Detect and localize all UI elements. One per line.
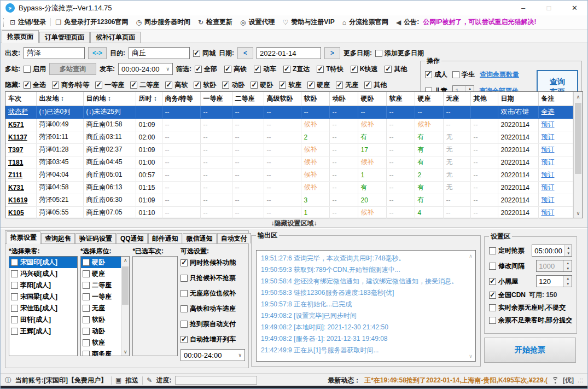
checkbox-icon[interactable] <box>83 305 90 312</box>
checkbox-icon[interactable] <box>83 316 90 323</box>
train-link[interactable]: K731 <box>5 181 36 194</box>
toolbar-item-announcement[interactable]: ◀公告: <box>392 18 423 27</box>
scroll-up-icon[interactable]: ∧ <box>574 92 583 101</box>
filter-checkbox[interactable]: 高铁 <box>224 65 247 74</box>
checkbox-icon[interactable] <box>83 259 90 266</box>
panel-tab-邮件通知[interactable]: 邮件通知 <box>148 233 182 243</box>
seat-item[interactable]: 动卧 <box>81 326 121 337</box>
minimize-button[interactable]: – <box>510 1 536 15</box>
column-header[interactable]: 日期 <box>498 92 538 106</box>
scroll-down-icon[interactable]: ∨ <box>121 348 129 356</box>
tab-订单管理页面[interactable]: 订单管理页面 <box>39 32 90 43</box>
option-checkbox[interactable]: 抢到票自动支付 <box>181 320 236 329</box>
column-header[interactable]: 备注 <box>538 92 573 106</box>
table-row[interactable]: K1137菏泽01:11商丘南03:1102:00--------2--有--有… <box>5 131 573 143</box>
seat-item[interactable]: 一等座 <box>81 291 121 303</box>
option-checkbox[interactable]: 只抢候补不抢票 <box>181 274 236 283</box>
checkbox-icon[interactable] <box>11 328 18 335</box>
passenger-item[interactable]: 田轩[成人] <box>9 314 77 326</box>
table-scrollbar[interactable]: ∧ ∨ <box>573 92 583 218</box>
interval-spinner[interactable]: 1000 ▴▾ <box>536 260 572 272</box>
passenger-item[interactable]: 宋国印[成人] <box>9 257 77 268</box>
column-header[interactable]: 硬座 <box>415 92 443 106</box>
toolbar-item-official-site[interactable]: ⌂分流抢票官网 <box>339 18 392 27</box>
dest-input[interactable]: 商丘 <box>129 47 190 59</box>
book-link[interactable]: 预订 <box>538 194 573 206</box>
column-header[interactable]: 出发地 ↕ <box>36 92 83 106</box>
hide-checkbox[interactable]: 二等座 <box>130 80 159 90</box>
toolbar-item-sponsor-vip[interactable]: ♡赞助与注册VIP <box>279 18 339 27</box>
timed-time-spinner[interactable]: 05:00:00 ▴▾ <box>532 245 572 257</box>
hide-checkbox[interactable]: 软卧 <box>194 80 216 90</box>
spin-up-icon[interactable]: ▴ <box>564 276 572 281</box>
add-more-dates-checkbox[interactable]: 添加更多日期 <box>375 49 424 58</box>
train-link[interactable]: K571 <box>5 118 36 131</box>
option-checkbox[interactable]: 无座席位也候补 <box>181 289 236 298</box>
panel-tab-查询起售[interactable]: 查询起售 <box>41 233 75 243</box>
book-link[interactable]: 预订 <box>538 156 573 169</box>
hide-checkbox[interactable]: 全选 <box>24 80 46 90</box>
train-link[interactable]: K1137 <box>5 131 36 143</box>
column-header[interactable]: 二等座 <box>232 92 264 106</box>
seat-item[interactable]: 软座 <box>81 337 121 349</box>
selected-trains-list[interactable] <box>132 256 178 356</box>
filter-checkbox[interactable]: 其他 <box>385 65 407 74</box>
hide-checkbox[interactable]: 其他 <box>364 80 387 90</box>
panel-tab-抢票设置[interactable]: 抢票设置 <box>7 231 40 244</box>
option-checkbox[interactable]: 高铁和动车选座 <box>181 304 236 313</box>
seat-item[interactable]: 商务座 <box>81 349 121 356</box>
checkbox-icon[interactable] <box>11 259 18 266</box>
same-city-checkbox[interactable]: 同城 <box>193 49 216 58</box>
checkbox-icon[interactable] <box>11 316 18 323</box>
toolbar-item-logout-login[interactable]: ⊡注销/登录 <box>6 18 50 27</box>
checkbox-icon[interactable] <box>83 282 90 289</box>
book-link[interactable]: 预订 <box>538 118 573 131</box>
column-header[interactable]: 动卧 <box>329 92 358 106</box>
scroll-up-icon[interactable]: ∧ <box>121 257 129 264</box>
spin-down-icon[interactable]: ▾ <box>564 266 572 271</box>
column-header[interactable]: 硬卧 <box>358 92 386 106</box>
column-header[interactable]: 商务/特等 <box>162 92 200 106</box>
blackroom-spinner[interactable]: 120 ▴▾ <box>536 275 572 287</box>
passenger-item[interactable]: 王辉[成人] <box>9 326 77 337</box>
filter-checkbox[interactable]: 动车 <box>254 65 276 74</box>
seat-scrollbar[interactable]: ∧ ∨ <box>121 257 129 356</box>
start-grab-button[interactable]: 开始抢票 <box>484 338 576 363</box>
tab-抢票页面[interactable]: 抢票页面 <box>2 30 39 43</box>
column-header[interactable]: 车次 <box>5 92 36 106</box>
checkbox-icon[interactable] <box>83 339 90 346</box>
partial-submit-checkbox[interactable]: 余票不足乘客时,部分提交 <box>489 316 572 325</box>
checkbox-icon[interactable] <box>83 293 90 300</box>
option-checkbox[interactable]: 同时抢候补功能 <box>181 258 236 268</box>
hide-checkbox[interactable]: 商务/特等 <box>52 80 89 90</box>
hide-checkbox[interactable]: 动卧 <box>222 80 244 90</box>
panel-tab-微信通知[interactable]: 微信通知 <box>183 233 217 243</box>
spin-down-icon[interactable]: ▾ <box>564 281 572 287</box>
checkbox-icon[interactable] <box>83 328 90 335</box>
passenger-item[interactable]: 宋佳迅[成人] <box>9 303 77 314</box>
adult-checkbox[interactable]: 成人 <box>425 70 447 79</box>
table-row[interactable]: K1619菏泽05:21商丘南06:3001:09--------3--20--… <box>5 194 573 206</box>
output-scrollbar[interactable]: ∧ ∨ <box>467 251 475 361</box>
hide-checkbox[interactable]: 高软 <box>165 80 188 90</box>
hide-settings-divider[interactable]: ↓隐藏设置区域↓ <box>1 219 587 228</box>
column-header[interactable]: 无座 <box>443 92 470 106</box>
filter-checkbox[interactable]: K快速 <box>351 65 378 74</box>
hide-checkbox[interactable]: 无座 <box>336 80 358 90</box>
passenger-item[interactable]: 李阳[成人] <box>9 280 77 291</box>
column-header[interactable]: 其他 <box>470 92 498 106</box>
column-header[interactable]: 软卧 <box>301 92 329 106</box>
seat-item[interactable]: 硬座 <box>81 268 121 280</box>
table-row[interactable]: K571菏泽00:49商丘南01:5801:09--------候补--候补--… <box>5 118 573 131</box>
table-row[interactable]: Z111菏泽04:04商丘南05:0100:57--------候补--1--2… <box>5 169 573 181</box>
no-seat-no-submit-checkbox[interactable]: 实时余票无座时,不提交 <box>489 303 566 312</box>
toolbar-item-proxy-settings[interactable]: ◎设置代理 <box>236 18 278 27</box>
seat-item[interactable]: 无座 <box>81 303 121 314</box>
toolbar-item-check-update[interactable]: ↻检查更新 <box>194 18 236 27</box>
push-label[interactable]: 推送 <box>125 376 138 385</box>
checkbox-icon[interactable] <box>11 270 18 277</box>
checkbox-icon[interactable] <box>11 282 18 289</box>
blackroom-checkbox[interactable]: 小黑屋 <box>489 277 518 286</box>
spin-down-icon[interactable]: ▾ <box>565 251 572 256</box>
scroll-up-icon[interactable]: ∧ <box>467 251 475 260</box>
